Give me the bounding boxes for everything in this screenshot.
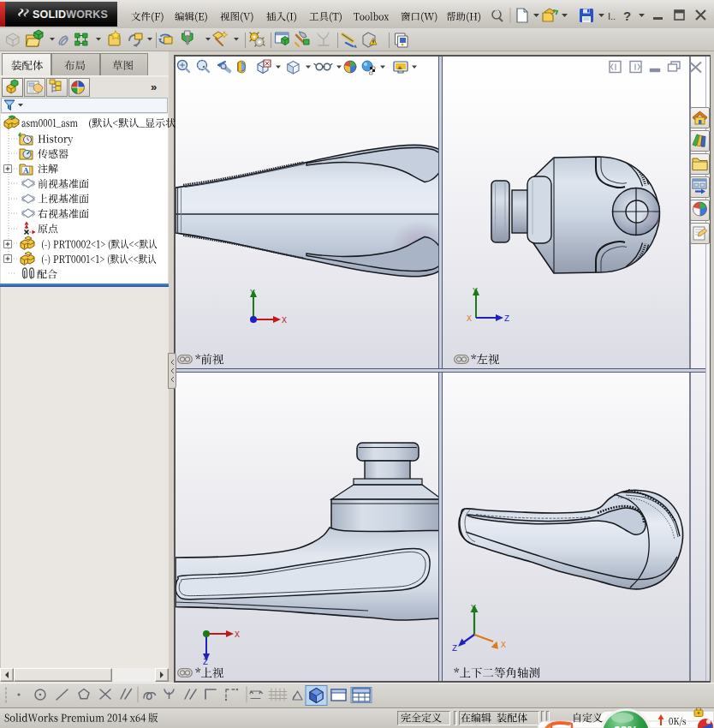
svg-text:Y: Y [250, 289, 255, 298]
svg-text:98%: 98% [614, 724, 639, 728]
svg-text:A: A [23, 166, 29, 175]
svg-text:Z: Z [504, 314, 509, 324]
svg-text:Z: Z [203, 658, 208, 665]
svg-text:SOLIDWORKS: SOLIDWORKS [33, 9, 108, 21]
svg-text:Z: Z [452, 644, 457, 651]
svg-text:Y: Y [471, 604, 476, 613]
svg-text:X: X [467, 314, 472, 324]
svg-text:?: ? [623, 9, 631, 23]
svg-text:I..: I.. [608, 11, 616, 21]
svg-text:X: X [235, 630, 240, 640]
svg-text:X: X [501, 641, 506, 650]
svg-text:Y: Y [473, 287, 478, 296]
svg-text:X: X [282, 316, 287, 325]
